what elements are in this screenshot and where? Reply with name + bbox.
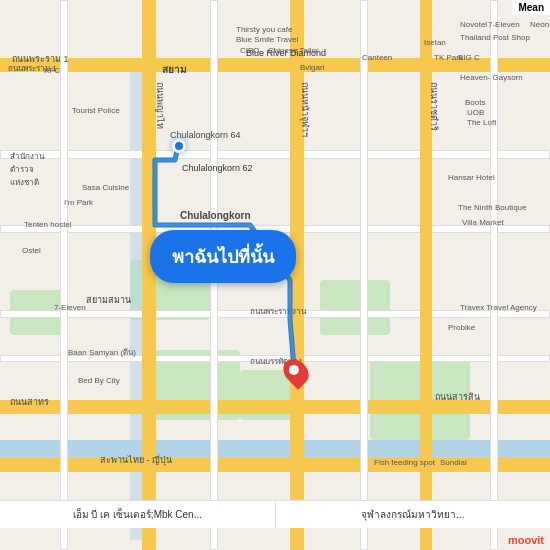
- label-probike: Probike: [448, 323, 475, 332]
- road-v1: [60, 0, 68, 550]
- label-heaven-gaysorn: Heaven- Gaysorn: [460, 73, 523, 82]
- road-v4: [490, 0, 498, 550]
- label-7eleven-1: 7-Eleven: [488, 20, 520, 29]
- moovit-logo: moovit: [502, 528, 550, 550]
- label-hansar: Hansar Hotel: [448, 173, 495, 182]
- label-tourist-police: Tourist Police: [72, 106, 120, 115]
- road-label-siam: สยาม: [162, 62, 187, 77]
- label-thailand-post: Thailand Post Shop: [460, 33, 530, 42]
- header-mean: Mean: [512, 0, 550, 15]
- road-label-sathon: ถนนสาทร: [10, 395, 49, 409]
- label-chinese-tailor: Chinese Tailor: [268, 46, 319, 55]
- destination-bar[interactable]: เอ็ม บี เค เซ็นเตอร์;Mbk Cen... จุฬาลงกร…: [0, 500, 550, 528]
- road-label-siam-bridge: สะพานไทย - ญี่ปุ่น: [100, 453, 172, 467]
- navigate-button[interactable]: พาฉันไปที่นั้น: [150, 230, 296, 283]
- road-label-ratchadamri: ถนนราชดำริ: [427, 82, 441, 131]
- label-im-park: I'm Park: [64, 198, 93, 207]
- label-ninth-boutique: The Ninth Boutique: [458, 203, 527, 212]
- label-isetan: Isetan: [424, 38, 446, 47]
- label-7eleven-2: 7-Eleven: [54, 303, 86, 312]
- label-fish-feeding: Fish feeding spot: [374, 458, 435, 467]
- label-neon: Neon: [530, 20, 549, 29]
- current-location-dot: [172, 139, 186, 153]
- label-novotel: Novotel: [460, 20, 487, 29]
- label-uob: UOB: [467, 108, 484, 117]
- label-the-loft: The Loft: [467, 118, 496, 127]
- label-sasa-cuisine: Sasa Cuisine: [82, 183, 129, 192]
- label-cibo: CIBO: [240, 46, 260, 55]
- dest-from[interactable]: เอ็ม บี เค เซ็นเตอร์;Mbk Cen...: [0, 501, 276, 528]
- road-v3: [360, 0, 368, 550]
- label-baan-samyan: Baan Samyan (ดีน): [68, 346, 136, 359]
- label-bvlgari: Bvlgari: [300, 63, 324, 72]
- label-siam-samyan: สยามสมาน: [86, 293, 131, 307]
- road-label-phayathai: ถนนพญาไท: [153, 82, 167, 129]
- label-thirsty-cafe: Thirsty you cafe: [236, 25, 292, 34]
- road-h1: [0, 150, 550, 159]
- label-canteen: Canteen: [362, 53, 392, 62]
- label-big-c: BIG C: [458, 53, 480, 62]
- map-container: พาฉันไปที่นั้น Blue River Diamond Bvlgar…: [0, 0, 550, 550]
- label-tenten: Tenten hostel: [24, 220, 72, 229]
- label-travex: Travex Travel Agency: [460, 303, 537, 312]
- dest-to[interactable]: จุฬาลงกรณ์มหาวิทยา...: [276, 501, 551, 528]
- road-label-chulalongkorn-area: สำนักงานตำรวจแห่งชาติ: [10, 150, 44, 189]
- label-kfc: KFC: [44, 66, 60, 75]
- label-ostel: Ostel: [22, 246, 41, 255]
- logo-text: moovit: [508, 534, 544, 546]
- road-label-henri: ถนนหน้าจุฬาฯ: [298, 82, 312, 137]
- road-label-sarasin: ถนนสารสิน: [435, 390, 480, 404]
- label-chulalongkorn: Chulalongkorn: [180, 210, 251, 221]
- label-road-ht: ถนนพระรามงาน: [250, 305, 306, 318]
- road-siam-bridge: [0, 458, 550, 472]
- label-boots: Boots: [465, 98, 485, 107]
- park-area-2: [320, 280, 390, 335]
- label-sundial: Sundial: [440, 458, 467, 467]
- water-canal: [0, 440, 550, 458]
- label-villa-market: Villa Market: [462, 218, 504, 227]
- label-blue-smile: Blue Smile Travel: [236, 35, 298, 44]
- destination-marker: [285, 358, 307, 386]
- label-chula62: Chulalongkorn 62: [182, 163, 253, 173]
- label-bed-by-city: Bed By City: [78, 376, 120, 385]
